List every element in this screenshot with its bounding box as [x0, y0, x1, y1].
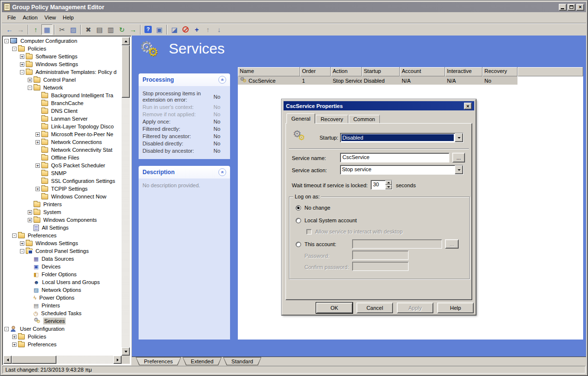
collapse-icon[interactable]: - — [20, 70, 24, 74]
tree-item-tcpip-settings[interactable]: +TCPIP Settings — [3, 185, 122, 193]
spin-up-button[interactable] — [385, 180, 392, 185]
delete-icon[interactable]: ✖ — [83, 24, 94, 35]
tree-item-windows-components[interactable]: +Windows Components — [3, 216, 122, 224]
confirm-password-input[interactable] — [352, 262, 409, 271]
menu-view[interactable]: View — [41, 14, 59, 21]
tree-item-offline-files[interactable]: Offline Files — [3, 154, 122, 161]
browse-service-button[interactable]: ... — [452, 153, 465, 162]
column-header-recovery[interactable]: Recovery — [482, 67, 517, 76]
print-icon[interactable]: ▥ — [105, 24, 116, 35]
menu-help[interactable]: Help — [59, 14, 77, 21]
tree-item-network-connectivity-stat[interactable]: Network Connectivity Stat — [3, 146, 122, 154]
expand-icon[interactable]: + — [36, 132, 40, 137]
column-header-name[interactable]: Name — [238, 67, 300, 76]
expand-icon[interactable]: + — [36, 163, 40, 168]
dropdown-arrow-icon[interactable] — [455, 133, 463, 142]
no-change-radio[interactable] — [296, 205, 301, 211]
tree-item-network[interactable]: -Network — [3, 84, 122, 91]
table-row[interactable]: ⚙⚙CscService1Stop ServiceDisabledN/AN/AN… — [238, 76, 517, 85]
expand-icon[interactable]: + — [28, 218, 32, 222]
tree-item-lanman-server[interactable]: Lanman Server — [3, 115, 122, 123]
this-account-radio[interactable] — [296, 242, 301, 247]
view-tab-extended[interactable]: Extended — [182, 357, 221, 365]
export-list-icon[interactable]: → — [127, 24, 139, 35]
tree-item-preferences[interactable]: -Preferences — [3, 232, 122, 239]
scroll-left-button[interactable] — [3, 356, 12, 364]
view-tab-standard[interactable]: Standard — [223, 357, 262, 365]
expand-icon[interactable]: + — [20, 241, 24, 246]
cut-icon[interactable]: ✂ — [56, 24, 68, 35]
properties-icon[interactable]: ▤ — [94, 24, 105, 35]
move-down-icon[interactable]: ↓ — [214, 24, 225, 35]
no-change-label[interactable]: No change — [304, 205, 330, 211]
tree-item-qos-packet-scheduler[interactable]: +QoS Packet Scheduler — [3, 161, 122, 169]
tree-item-policies[interactable]: +Policies — [3, 333, 122, 340]
column-header-startup[interactable]: Startup — [362, 67, 400, 76]
column-header-order[interactable]: Order — [300, 67, 331, 76]
tree-item-user-configuration[interactable]: -User Configuration — [3, 325, 122, 333]
forward-icon[interactable]: → — [15, 24, 26, 35]
column-header-action[interactable]: Action — [331, 67, 362, 76]
collapse-chevron-icon[interactable]: « — [218, 76, 226, 84]
maximize-button[interactable] — [568, 4, 575, 11]
tree-item-microsoft-peer-to-peer-ne[interactable]: +Microsoft Peer-to-Peer Ne — [3, 130, 122, 138]
this-account-label[interactable]: This account: — [304, 241, 336, 247]
horizontal-scroll-thumb[interactable] — [12, 356, 56, 364]
tree-item-policies[interactable]: -Policies — [3, 45, 122, 53]
menu-action[interactable]: Action — [19, 14, 41, 21]
expand-icon[interactable]: + — [20, 62, 24, 67]
collapse-icon[interactable]: - — [20, 249, 24, 253]
dialog-tab-recovery[interactable]: Recovery — [316, 115, 348, 124]
tree-item-folder-options[interactable]: ◧Folder Options — [3, 270, 122, 278]
back-icon[interactable]: ← — [4, 24, 15, 35]
show-console-tree-icon[interactable]: ▦ — [41, 24, 53, 35]
expand-icon[interactable]: + — [36, 187, 40, 191]
expand-icon[interactable]: + — [28, 210, 32, 215]
tree-item-local-users-and-groups[interactable]: ☻Local Users and Groups — [3, 278, 122, 286]
tree-item-scheduled-tasks[interactable]: ◷Scheduled Tasks — [3, 309, 122, 317]
paste-xml-icon[interactable]: ◪ — [169, 24, 180, 35]
dropdown-arrow-icon[interactable] — [455, 165, 463, 174]
dialog-tab-general[interactable]: General — [286, 113, 315, 124]
column-header-blank[interactable] — [517, 67, 583, 76]
collapse-icon[interactable]: - — [12, 233, 17, 238]
menu-file[interactable]: File — [4, 14, 19, 21]
help-button[interactable]: Help — [437, 303, 474, 313]
tree-item-windows-connect-now[interactable]: Windows Connect Now — [3, 193, 122, 200]
service-name-input[interactable]: CscService — [340, 153, 449, 162]
tree-item-network-connections[interactable]: +Network Connections — [3, 138, 122, 146]
help-icon[interactable]: ? — [143, 24, 154, 35]
this-account-input[interactable] — [352, 239, 442, 249]
expand-icon[interactable]: + — [28, 78, 32, 82]
wait-timeout-value[interactable]: 30 — [371, 180, 385, 189]
tree-item-background-intelligent-tra[interactable]: Background Intelligent Tra — [3, 91, 122, 99]
move-up-icon[interactable]: ↑ — [202, 24, 214, 35]
view-tab-preferences[interactable]: Preferences — [136, 357, 181, 365]
tree-item-printers[interactable]: ▤Printers — [3, 302, 122, 309]
add-icon[interactable]: + — [191, 24, 202, 35]
tree-item-preferences[interactable]: +Preferences — [3, 340, 122, 348]
password-input[interactable] — [352, 251, 409, 260]
tree-item-link-layer-topology-disco[interactable]: Link-Layer Topology Disco — [3, 123, 122, 130]
tree-item-computer-configuration[interactable]: -Computer Configuration — [3, 37, 122, 45]
up-one-level-icon[interactable]: ↑ — [30, 24, 41, 35]
tree-item-control-panel-settings[interactable]: -Control Panel Settings — [3, 247, 122, 255]
ok-button[interactable]: OK — [316, 303, 353, 313]
tree-item-network-options[interactable]: ▨Network Options — [3, 286, 122, 294]
collapse-icon[interactable]: - — [12, 47, 17, 51]
scroll-right-button[interactable] — [113, 356, 122, 364]
copy-icon[interactable]: ▨ — [68, 24, 79, 35]
startup-dropdown[interactable]: Disabled — [340, 133, 463, 143]
local-system-radio[interactable] — [296, 218, 301, 223]
tree-item-devices[interactable]: ▣Devices — [3, 263, 122, 270]
scroll-down-button[interactable] — [122, 347, 130, 356]
tree-item-dns-client[interactable]: DNS Client — [3, 107, 122, 115]
collapse-icon[interactable]: - — [4, 327, 9, 331]
expand-icon[interactable]: + — [36, 140, 40, 144]
collapse-chevron-icon[interactable]: « — [218, 168, 226, 176]
tree-item-system[interactable]: +System — [3, 208, 122, 216]
close-button[interactable]: × — [576, 4, 584, 11]
wait-timeout-spinner[interactable]: 30 — [371, 180, 392, 190]
dialog-close-button[interactable]: × — [464, 103, 472, 109]
service-action-dropdown[interactable]: Stop service — [340, 165, 463, 175]
